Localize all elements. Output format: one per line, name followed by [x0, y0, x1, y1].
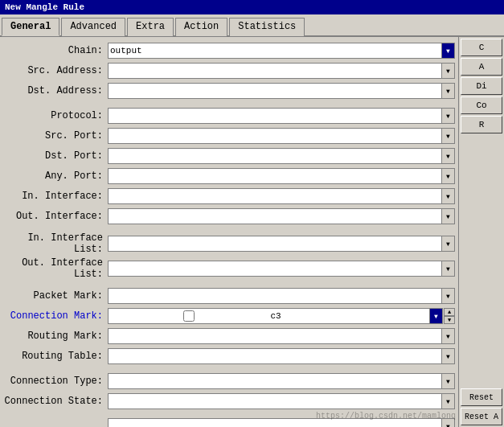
packet-mark-control: ▼	[108, 288, 455, 304]
out-interface-list-select[interactable]: ▼	[108, 261, 455, 277]
connection-mark-control: ▼ ▲ ▼	[108, 308, 455, 324]
disable-button[interactable]: Di	[461, 77, 502, 95]
connection-mark-arrows: ▲ ▼	[444, 308, 455, 324]
dst-port-select[interactable]: ▼	[108, 148, 455, 164]
connection-mark-wrapper: ▼ ▲ ▼	[108, 308, 455, 324]
connection-mark-down-btn[interactable]: ▼	[444, 316, 455, 324]
reset-button[interactable]: Reset	[461, 388, 502, 406]
copy-button[interactable]: C	[461, 39, 502, 56]
in-interface-control: ▼	[108, 188, 455, 204]
routing-mark-row: Routing Mark: ▼	[3, 327, 455, 345]
src-address-select[interactable]: ▼	[108, 63, 455, 79]
routing-table-input[interactable]	[109, 349, 441, 363]
out-interface-list-dropdown-btn[interactable]: ▼	[441, 261, 454, 276]
any-port-dropdown-btn[interactable]: ▼	[441, 169, 454, 183]
routing-mark-select[interactable]: ▼	[108, 328, 455, 344]
routing-table-dropdown-btn[interactable]: ▼	[441, 349, 454, 363]
in-interface-label: In. Interface:	[3, 191, 108, 202]
comment-button[interactable]: Co	[461, 96, 502, 114]
in-interface-dropdown-btn[interactable]: ▼	[441, 189, 454, 203]
any-port-input[interactable]	[109, 169, 441, 183]
tab-advanced[interactable]: Advanced	[61, 18, 125, 36]
routing-table-control: ▼	[108, 348, 455, 364]
src-address-row: Src. Address: ▼	[3, 62, 455, 80]
connection-mark-input[interactable]	[269, 309, 430, 323]
dst-address-dropdown-btn[interactable]: ▼	[441, 84, 454, 98]
dst-port-input[interactable]	[109, 149, 441, 163]
connection-mark-select[interactable]: ▼	[108, 308, 443, 324]
connection-mark-label: Connection Mark:	[3, 310, 108, 322]
dst-port-label: Dst. Port:	[3, 150, 108, 162]
connection-type-input[interactable]	[109, 374, 441, 388]
packet-mark-input[interactable]	[109, 289, 441, 303]
src-port-select[interactable]: ▼	[108, 128, 455, 144]
routing-table-label: Routing Table:	[3, 351, 108, 362]
src-address-input[interactable]	[109, 64, 441, 78]
watermark: https://blog.csdn.net/mamlonq	[316, 412, 456, 421]
in-interface-select[interactable]: ▼	[108, 188, 455, 204]
in-interface-list-select[interactable]: ▼	[108, 236, 455, 252]
out-interface-input[interactable]	[109, 209, 441, 224]
out-interface-select[interactable]: ▼	[108, 208, 455, 224]
out-interface-list-input[interactable]	[109, 261, 441, 276]
src-address-label: Src. Address:	[3, 65, 108, 76]
title-bar: New Mangle Rule	[0, 0, 504, 14]
connection-state-row: Connection State: ▼	[3, 392, 455, 410]
connection-state-select[interactable]: ▼	[108, 393, 455, 409]
connection-type-select[interactable]: ▼	[108, 373, 455, 389]
any-port-select[interactable]: ▼	[108, 168, 455, 184]
out-interface-list-row: Out. Interface List: ▼	[3, 257, 455, 280]
chain-select[interactable]: ▼	[108, 43, 455, 59]
connection-type-dropdown-btn[interactable]: ▼	[441, 374, 454, 388]
chain-dropdown-btn[interactable]: ▼	[441, 43, 454, 58]
add-button[interactable]: A	[461, 58, 502, 76]
any-port-control: ▼	[108, 168, 455, 184]
dst-address-select[interactable]: ▼	[108, 83, 455, 99]
tab-general[interactable]: General	[2, 18, 59, 36]
connection-state-control: ▼	[108, 393, 455, 409]
any-port-row: Any. Port: ▼	[3, 167, 455, 185]
out-interface-dropdown-btn[interactable]: ▼	[441, 209, 454, 224]
connection-state-input[interactable]	[109, 394, 441, 409]
in-interface-list-input[interactable]	[109, 236, 441, 251]
connection-mark-up-btn[interactable]: ▲	[444, 308, 455, 316]
dst-port-control: ▼	[108, 148, 455, 164]
in-interface-input[interactable]	[109, 189, 441, 203]
tab-statistics[interactable]: Statistics	[229, 18, 305, 36]
connection-state-dropdown-btn[interactable]: ▼	[441, 394, 454, 409]
chain-label: Chain:	[3, 45, 108, 56]
in-interface-list-label: In. Interface List:	[3, 232, 108, 255]
in-interface-list-row: In. Interface List: ▼	[3, 232, 455, 255]
routing-mark-dropdown-btn[interactable]: ▼	[441, 329, 454, 343]
src-address-control: ▼	[108, 63, 455, 79]
packet-mark-select[interactable]: ▼	[108, 288, 455, 304]
routing-table-select[interactable]: ▼	[108, 348, 455, 364]
routing-mark-control: ▼	[108, 328, 455, 344]
routing-mark-input[interactable]	[109, 329, 441, 343]
src-port-control: ▼	[108, 128, 455, 144]
dst-port-dropdown-btn[interactable]: ▼	[441, 149, 454, 163]
connection-mark-checkbox[interactable]	[110, 310, 268, 322]
protocol-input[interactable]	[109, 109, 441, 123]
src-address-dropdown-btn[interactable]: ▼	[441, 64, 454, 78]
chain-input[interactable]	[109, 43, 441, 58]
protocol-select[interactable]: ▼	[108, 108, 455, 124]
connection-mark-dropdown-btn[interactable]: ▼	[429, 309, 442, 323]
connection-state-label: Connection State:	[3, 396, 108, 407]
src-port-dropdown-btn[interactable]: ▼	[441, 129, 454, 143]
out-interface-control: ▼	[108, 208, 455, 224]
src-port-input[interactable]	[109, 129, 441, 143]
in-interface-row: In. Interface: ▼	[3, 187, 455, 205]
protocol-dropdown-btn[interactable]: ▼	[441, 109, 454, 123]
in-interface-list-dropdown-btn[interactable]: ▼	[441, 236, 454, 251]
dst-address-input[interactable]	[109, 84, 441, 98]
packet-mark-label: Packet Mark:	[3, 290, 108, 302]
reset-all-button[interactable]: Reset A	[461, 408, 502, 425]
tab-extra[interactable]: Extra	[127, 18, 174, 36]
tab-action[interactable]: Action	[175, 18, 227, 36]
remove-button[interactable]: R	[461, 116, 502, 133]
packet-mark-row: Packet Mark: ▼	[3, 287, 455, 305]
window-title: New Mangle Rule	[5, 2, 84, 12]
packet-mark-dropdown-btn[interactable]: ▼	[441, 289, 454, 303]
protocol-row: Protocol: ▼	[3, 107, 455, 125]
